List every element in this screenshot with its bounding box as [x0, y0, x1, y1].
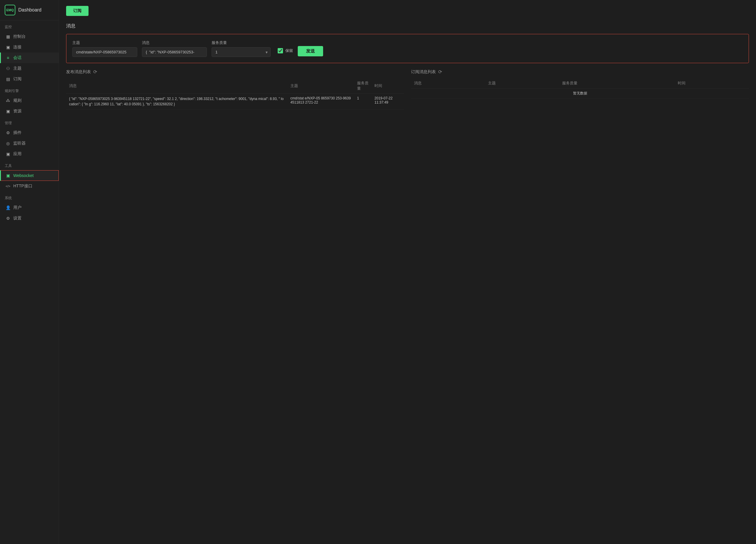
websocket-icon: ▣ — [6, 173, 10, 178]
sidebar: EMQ Dashboard 监控 ▦ 控制台 ▣ 连接 ≡ 会话 ⚇ 主题 ▤ … — [0, 0, 59, 544]
app-icon: ▣ — [6, 152, 10, 156]
sub-col-qos: 服务质量 — [559, 78, 675, 89]
sidebar-item-label: Websocket — [13, 173, 34, 178]
retain-row: 保留 — [278, 46, 293, 53]
sub-col-topic: 主题 — [485, 78, 559, 89]
sidebar-item-http[interactable]: </> HTTP接口 — [0, 181, 59, 191]
subscribe-area: 订阅 — [66, 6, 749, 16]
sidebar-item-label: 插件 — [13, 130, 22, 135]
sidebar-item-websocket[interactable]: ▣ Websocket — [0, 170, 59, 181]
subscribe-list-header: 订阅消息列表 ⟳ — [411, 69, 749, 75]
sidebar-item-label: 订阅 — [13, 76, 22, 82]
pub-msg-cell: { "id": "NXP-05865973025 3-963945118 132… — [66, 94, 287, 109]
sidebar-item-label: 监听器 — [13, 141, 26, 146]
table-row: { "id": "NXP-05865973025 3-963945118 132… — [66, 94, 404, 109]
session-icon: ≡ — [6, 55, 10, 60]
subscribe-refresh-icon[interactable]: ⟳ — [438, 69, 442, 75]
sidebar-item-label: 用户 — [13, 205, 22, 210]
qos-wrapper: 0 1 2 ▾ — [212, 47, 271, 57]
retain-label: 保留 — [285, 48, 293, 53]
table-row: 暂无数据 — [411, 89, 749, 99]
publish-refresh-icon[interactable]: ⟳ — [93, 69, 97, 75]
section-label-system: 系统 — [0, 191, 59, 202]
sidebar-item-topic[interactable]: ⚇ 主题 — [0, 63, 59, 74]
empty-text: 暂无数据 — [411, 89, 749, 99]
message-section: 消息 主题 消息 服务质量 0 1 2 ▾ — [66, 23, 749, 109]
pub-topic-cell: cmd/stat e/NXP-05 8659730 253-9639 45118… — [287, 94, 354, 109]
sidebar-item-console[interactable]: ▦ 控制台 — [0, 31, 59, 42]
topic-input[interactable] — [72, 47, 137, 57]
sidebar-item-session[interactable]: ≡ 会话 — [0, 53, 59, 63]
section-label-tools: 工具 — [0, 159, 59, 170]
topic-label: 主题 — [72, 40, 137, 45]
qos-label: 服务质量 — [212, 40, 271, 45]
pub-col-qos: 服务质量 — [354, 78, 372, 94]
sub-col-time: 时间 — [675, 78, 749, 89]
console-icon: ▦ — [6, 34, 10, 39]
main-content: 订阅 消息 主题 消息 服务质量 0 1 2 — [59, 0, 756, 544]
topic-icon: ⚇ — [6, 66, 10, 71]
connection-icon: ▣ — [6, 45, 10, 50]
message-group: 消息 — [142, 40, 207, 57]
pub-qos-cell: 1 — [354, 94, 372, 109]
publish-list-header: 发布消息列表 ⟳ — [66, 69, 404, 75]
message-label: 消息 — [142, 40, 207, 45]
publish-list-title: 发布消息列表 — [66, 69, 91, 75]
qos-group: 服务质量 0 1 2 ▾ — [212, 40, 271, 57]
user-icon: 👤 — [6, 205, 10, 210]
qos-select[interactable]: 0 1 2 — [212, 47, 271, 57]
lists-row: 发布消息列表 ⟳ 消息 主题 服务质量 时间 { "id": "NXP-0586… — [66, 69, 749, 109]
pub-time-cell: 2019-07-22 11:37:49 — [372, 94, 404, 109]
pub-col-topic: 主题 — [287, 78, 354, 94]
pub-col-message: 消息 — [66, 78, 287, 94]
sidebar-item-label: 连接 — [13, 45, 22, 50]
publish-list-panel: 发布消息列表 ⟳ 消息 主题 服务质量 时间 { "id": "NXP-0586… — [66, 69, 404, 109]
section-label-rule: 规则引擎 — [0, 84, 59, 95]
retain-spacer — [278, 40, 293, 45]
section-label-monitor: 监控 — [0, 20, 59, 31]
resource-icon: ▣ — [6, 109, 10, 114]
logo-icon: EMQ — [5, 5, 15, 15]
sidebar-item-label: 控制台 — [13, 34, 26, 39]
pub-col-time: 时间 — [372, 78, 404, 94]
retain-group: 保留 — [278, 40, 293, 53]
logo-area: EMQ Dashboard — [0, 0, 59, 20]
sidebar-item-listener[interactable]: ◎ 监听器 — [0, 138, 59, 149]
retain-checkbox[interactable] — [278, 48, 283, 53]
send-button[interactable]: 发送 — [298, 46, 323, 56]
sidebar-item-user[interactable]: 👤 用户 — [0, 202, 59, 213]
sidebar-item-connection[interactable]: ▣ 连接 — [0, 42, 59, 53]
message-section-title: 消息 — [66, 23, 749, 29]
subscribe-list-title: 订阅消息列表 — [411, 69, 436, 75]
subscribe-list-panel: 订阅消息列表 ⟳ 消息 主题 服务质量 时间 暂无数据 — [411, 69, 749, 109]
listener-icon: ◎ — [6, 141, 10, 146]
logo-text: Dashboard — [18, 7, 41, 13]
sidebar-item-label: 应用 — [13, 151, 22, 157]
sub-col-message: 消息 — [411, 78, 485, 89]
sidebar-item-label: HTTP接口 — [13, 183, 32, 189]
topic-group: 主题 — [72, 40, 137, 57]
subscribe-table: 消息 主题 服务质量 时间 暂无数据 — [411, 78, 749, 99]
rule-icon: ⁂ — [6, 98, 10, 103]
sidebar-item-resource[interactable]: ▣ 资源 — [0, 106, 59, 117]
subscribe-icon: ▤ — [6, 77, 10, 81]
settings-icon: ⚙ — [6, 216, 10, 221]
message-form: 主题 消息 服务质量 0 1 2 ▾ — [66, 34, 749, 63]
sidebar-item-label: 规则 — [13, 98, 22, 103]
sidebar-item-label: 设置 — [13, 216, 22, 221]
section-label-manage: 管理 — [0, 117, 59, 127]
message-input[interactable] — [142, 47, 207, 57]
sidebar-item-label: 主题 — [13, 66, 22, 71]
subscribe-button[interactable]: 订阅 — [66, 6, 89, 16]
sidebar-item-app[interactable]: ▣ 应用 — [0, 149, 59, 159]
sidebar-item-label: 资源 — [13, 109, 22, 114]
sidebar-item-settings[interactable]: ⚙ 设置 — [0, 213, 59, 224]
http-icon: </> — [6, 184, 10, 189]
sidebar-item-label: 会话 — [13, 55, 22, 60]
plugin-icon: ⚙ — [6, 130, 10, 135]
publish-table: 消息 主题 服务质量 时间 { "id": "NXP-05865973025 3… — [66, 78, 404, 109]
sidebar-item-rule[interactable]: ⁂ 规则 — [0, 95, 59, 106]
sidebar-item-subscribe[interactable]: ▤ 订阅 — [0, 74, 59, 84]
sidebar-item-plugin[interactable]: ⚙ 插件 — [0, 127, 59, 138]
